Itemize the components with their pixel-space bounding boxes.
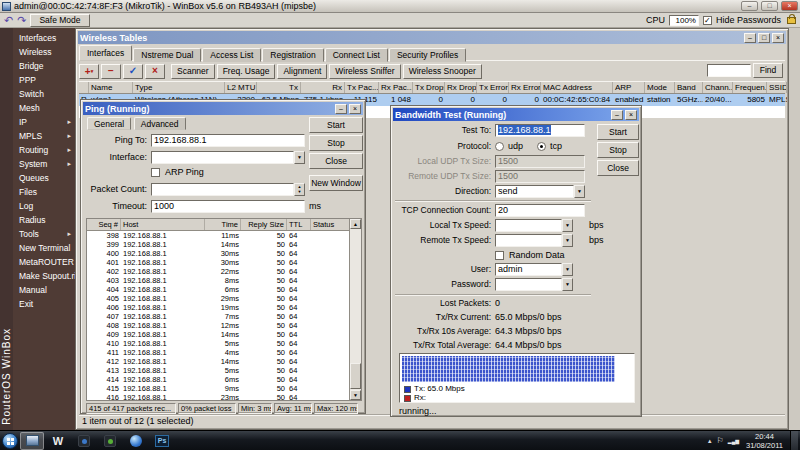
scanner-button[interactable]: Scanner bbox=[171, 64, 215, 79]
sidebar-item-exit[interactable]: Exit bbox=[13, 297, 75, 311]
chevron-down-icon[interactable]: ▼ bbox=[562, 263, 573, 276]
column-header-mac-address[interactable]: MAC Address bbox=[541, 82, 613, 93]
sidebar-item-metarouter[interactable]: MetaROUTER bbox=[13, 255, 75, 269]
column-header-seq[interactable]: Seq # bbox=[87, 219, 121, 230]
ping-row[interactable]: 401192.168.88.130ms5064 bbox=[87, 258, 350, 267]
ping-row[interactable]: 402192.168.88.122ms5064 bbox=[87, 267, 350, 276]
scroll-up-icon[interactable]: ▲ bbox=[350, 219, 361, 229]
add-button[interactable]: +▾ bbox=[79, 64, 99, 79]
wireless-tables-titlebar[interactable]: Wireless Tables – □ × bbox=[78, 31, 786, 44]
ping-row[interactable]: 403192.168.88.18ms5064 bbox=[87, 276, 350, 285]
start-button[interactable]: Start bbox=[597, 124, 639, 140]
close-button[interactable]: × bbox=[772, 33, 784, 43]
interface-select[interactable] bbox=[151, 151, 294, 164]
ping-row[interactable]: 411192.168.88.14ms5064 bbox=[87, 348, 350, 357]
ping-row[interactable]: 415192.168.88.19ms5064 bbox=[87, 384, 350, 393]
new-window-button[interactable]: New Window bbox=[309, 175, 363, 191]
scroll-thumb[interactable] bbox=[350, 363, 361, 389]
tab-advanced[interactable]: Advanced bbox=[134, 117, 186, 130]
tab-connect-list[interactable]: Connect List bbox=[325, 48, 388, 62]
column-header-rx-pac[interactable]: Rx Pac... bbox=[379, 82, 413, 93]
chevron-down-icon[interactable]: ▼ bbox=[562, 278, 573, 291]
close-button[interactable]: × bbox=[349, 104, 361, 114]
sidebar-item-mpls[interactable]: MPLS▸ bbox=[13, 129, 75, 143]
ping-titlebar[interactable]: Ping (Running) – × bbox=[83, 102, 363, 115]
column-header-rx-drops[interactable]: Rx Drops bbox=[445, 82, 477, 93]
sidebar-item-queues[interactable]: Queues bbox=[13, 171, 75, 185]
app-titlebar[interactable]: admin@00:0C:42:74:8F:F3 (MikroTik) - Win… bbox=[0, 0, 800, 13]
minimize-button[interactable]: – bbox=[611, 110, 623, 120]
column-header-rx[interactable]: Rx bbox=[301, 82, 345, 93]
minimize-button[interactable]: – bbox=[744, 33, 756, 43]
start-button[interactable]: Start bbox=[309, 117, 363, 133]
sidebar-item-system[interactable]: System▸ bbox=[13, 157, 75, 171]
test-to-input[interactable]: 192.168.88.1 bbox=[495, 124, 585, 137]
direction-select[interactable]: send bbox=[495, 185, 574, 198]
chevron-down-icon[interactable]: ▼ bbox=[562, 234, 573, 247]
column-header-name[interactable]: Name bbox=[89, 82, 133, 93]
tab-general[interactable]: General bbox=[87, 117, 131, 130]
sidebar-item-ip[interactable]: IP▸ bbox=[13, 115, 75, 129]
sidebar-item-ppp[interactable]: PPP bbox=[13, 73, 75, 87]
ping-row[interactable]: 409192.168.88.114ms5064 bbox=[87, 330, 350, 339]
chevron-down-icon[interactable]: ▼ bbox=[562, 219, 573, 232]
spinner-icon[interactable]: ▲▼ bbox=[294, 183, 305, 196]
sidebar-item-new-terminal[interactable]: New Terminal bbox=[13, 241, 75, 255]
taskbar-icon-app2[interactable] bbox=[98, 432, 122, 450]
stop-button[interactable]: Stop bbox=[309, 135, 363, 151]
ping-row[interactable]: 398192.168.88.111ms5064 bbox=[87, 231, 350, 240]
sidebar-item-log[interactable]: Log bbox=[13, 199, 75, 213]
minimize-button[interactable]: – bbox=[335, 104, 347, 114]
ping-row[interactable]: 416192.168.88.123ms5064 bbox=[87, 393, 350, 400]
maximize-button[interactable]: □ bbox=[761, 1, 778, 11]
hide-passwords-checkbox[interactable]: ✓ bbox=[703, 16, 712, 25]
alignment-button[interactable]: Alignment bbox=[277, 64, 327, 79]
column-header-tx-pac[interactable]: Tx Pac... bbox=[345, 82, 379, 93]
password-input[interactable] bbox=[495, 278, 562, 291]
chevron-down-icon[interactable]: ▼ bbox=[294, 151, 305, 164]
network-icon[interactable]: ▂▄▆ bbox=[728, 438, 739, 444]
taskbar-icon-browser[interactable] bbox=[124, 432, 148, 450]
sidebar-item-mesh[interactable]: Mesh bbox=[13, 101, 75, 115]
action-center-flag-icon[interactable]: ⚐ bbox=[717, 436, 724, 445]
ping-row[interactable]: 408192.168.88.112ms5064 bbox=[87, 321, 350, 330]
close-button[interactable]: × bbox=[781, 1, 798, 11]
protocol-udp-radio[interactable] bbox=[495, 142, 504, 151]
remove-button[interactable]: − bbox=[101, 64, 121, 79]
arp-ping-checkbox[interactable] bbox=[151, 168, 160, 177]
sidebar-item-switch[interactable]: Switch bbox=[13, 87, 75, 101]
column-header-type[interactable]: Type bbox=[133, 82, 225, 93]
stop-button[interactable]: Stop bbox=[597, 142, 639, 158]
show-desktop-button[interactable] bbox=[790, 431, 798, 450]
safe-mode-button[interactable]: Safe Mode bbox=[30, 14, 89, 27]
close-button[interactable]: × bbox=[625, 110, 637, 120]
column-header-band[interactable]: Band bbox=[675, 82, 703, 93]
tab-nstreme-dual[interactable]: Nstreme Dual bbox=[133, 48, 201, 62]
column-header-tx-drops[interactable]: Tx Drops bbox=[413, 82, 445, 93]
column-header-arp[interactable]: ARP bbox=[613, 82, 645, 93]
ping-row[interactable]: 410192.168.88.15ms5064 bbox=[87, 339, 350, 348]
user-input[interactable]: admin bbox=[495, 263, 562, 276]
column-header-ssid[interactable]: SSID bbox=[767, 82, 787, 93]
ping-row[interactable]: 406192.168.88.119ms5064 bbox=[87, 303, 350, 312]
taskbar-icon-photoshop[interactable]: Ps bbox=[150, 432, 174, 450]
start-button[interactable] bbox=[2, 433, 18, 449]
column-header-tx-errors[interactable]: Tx Errors bbox=[477, 82, 509, 93]
taskbar-icon-winbox[interactable] bbox=[20, 432, 44, 450]
protocol-tcp-radio[interactable] bbox=[537, 142, 546, 151]
ping-row[interactable]: 414192.168.88.16ms5064 bbox=[87, 375, 350, 384]
ping-row[interactable]: 399192.168.88.114ms5064 bbox=[87, 240, 350, 249]
sidebar-item-make-supout-rif[interactable]: Make Supout.rif bbox=[13, 269, 75, 283]
sidebar-item-bridge[interactable]: Bridge bbox=[13, 59, 75, 73]
redo-icon[interactable]: ↷ bbox=[17, 14, 26, 27]
tab-access-list[interactable]: Access List bbox=[202, 48, 261, 62]
disable-button[interactable]: × bbox=[145, 64, 165, 79]
ping-row[interactable]: 407192.168.88.17ms5064 bbox=[87, 312, 350, 321]
tray-expand-icon[interactable]: ▲ bbox=[707, 438, 713, 444]
clock[interactable]: 20:44 31/08/2011 bbox=[743, 432, 786, 450]
column-header-l2-mtu[interactable]: L2 MTU bbox=[225, 82, 257, 93]
column-header-time[interactable]: Time bbox=[205, 219, 241, 230]
tab-security-profiles[interactable]: Security Profiles bbox=[389, 48, 466, 62]
restore-button[interactable]: □ bbox=[758, 33, 770, 43]
sidebar-item-wireless[interactable]: Wireless bbox=[13, 45, 75, 59]
